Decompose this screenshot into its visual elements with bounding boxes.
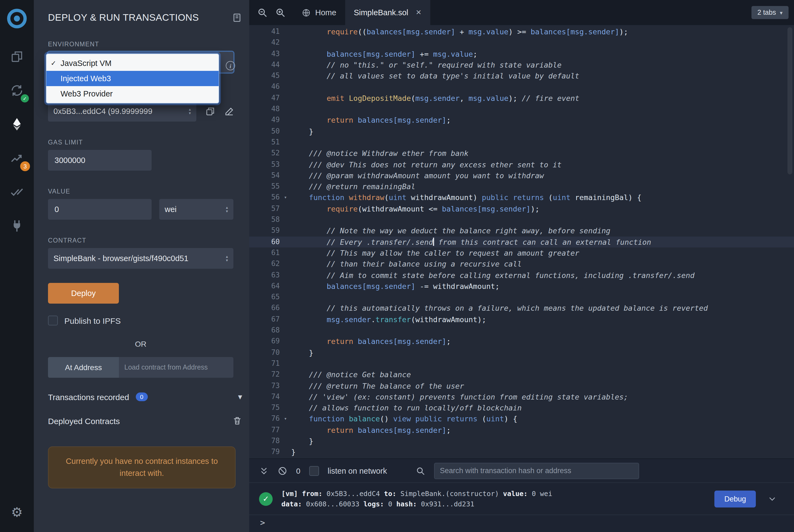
publish-checkbox[interactable]: [48, 316, 58, 325]
listen-network-checkbox[interactable]: [309, 466, 319, 476]
at-address-button[interactable]: At Address: [48, 357, 119, 378]
environment-option[interactable]: Web3 Provider: [47, 86, 219, 101]
code-line[interactable]: 66 // this automatically throws on a fai…: [249, 303, 794, 314]
fold-gutter: [280, 303, 291, 314]
transaction-log-row[interactable]: ✓ [vm] from: 0x5B3...eddC4 to: SimpleBan…: [249, 483, 794, 515]
code-line[interactable]: 57 require(withdrawAmount <= balances[ms…: [249, 203, 794, 214]
deploy-button[interactable]: Deploy: [48, 283, 119, 304]
code-line[interactable]: 58: [249, 214, 794, 225]
chevron-down-icon[interactable]: ▾: [238, 392, 242, 402]
remix-logo: [6, 7, 28, 30]
info-icon[interactable]: i: [226, 61, 235, 70]
code-line[interactable]: 55 /// @return remainingBal: [249, 181, 794, 192]
clear-console-icon[interactable]: [278, 466, 288, 476]
code-line[interactable]: 78 }: [249, 436, 794, 447]
terminal-toolbar: 0 listen on network: [249, 459, 794, 483]
code-line[interactable]: 79}: [249, 447, 794, 458]
deploy-run-panel: DEPLOY & RUN TRANSACTIONS ENVIRONMENT i …: [34, 0, 249, 532]
tab-simplebank[interactable]: SimpleBank.sol ×: [345, 0, 430, 25]
trash-icon[interactable]: [232, 416, 242, 426]
close-tab-icon[interactable]: ×: [416, 7, 421, 18]
compiler-icon[interactable]: ✓: [5, 78, 29, 102]
code-line[interactable]: 43 balances[msg.sender] += msg.value;: [249, 48, 794, 59]
terminal-prompt[interactable]: >: [249, 515, 794, 532]
code-line[interactable]: 69 return balances[msg.sender];: [249, 336, 794, 347]
code-line[interactable]: 68: [249, 325, 794, 336]
plug-icon[interactable]: [5, 214, 29, 238]
transactions-recorded-row[interactable]: Transactions recorded 0 ▾: [48, 392, 242, 402]
environment-option[interactable]: Injected Web3: [47, 71, 219, 86]
double-check-icon[interactable]: [5, 180, 29, 204]
expand-terminal-icon[interactable]: [259, 466, 269, 476]
zoom-out-icon[interactable]: [257, 7, 268, 18]
code-line[interactable]: 46: [249, 81, 794, 93]
code-line[interactable]: 41 require((balances[msg.sender] + msg.v…: [249, 26, 794, 37]
code-line[interactable]: 47 emit LogDepositMade(msg.sender, msg.v…: [249, 93, 794, 104]
terminal-search-input[interactable]: [434, 462, 639, 479]
code-line[interactable]: 64 balances[msg.sender] -= withdrawAmoun…: [249, 281, 794, 292]
code-line[interactable]: 74 // 'view' (ex: constant) prevents fun…: [249, 392, 794, 402]
fold-icon[interactable]: ▾: [280, 414, 291, 425]
fold-gutter: [280, 336, 291, 347]
gas-limit-input[interactable]: [48, 150, 152, 171]
account-select[interactable]: 0x5B3...eddC4 (99.9999999 ▴▾: [48, 101, 196, 121]
code-line[interactable]: 65: [249, 292, 794, 303]
code-line[interactable]: 50 }: [249, 126, 794, 137]
code-editor[interactable]: 41 require((balances[msg.sender] + msg.v…: [249, 25, 794, 458]
code-line[interactable]: 45 // all values set to data type's init…: [249, 70, 794, 81]
line-number: 56: [249, 192, 280, 203]
fold-gutter: [280, 159, 291, 170]
publish-ipfs-row[interactable]: Publish to IPFS: [48, 316, 249, 325]
code-line[interactable]: 52 /// @notice Withdraw ether from bank: [249, 148, 794, 159]
code-line[interactable]: 42: [249, 37, 794, 49]
value-input[interactable]: [48, 199, 152, 220]
code-line[interactable]: 76▾ function balance() view public retur…: [249, 414, 794, 425]
panel-menu-icon[interactable]: [232, 13, 242, 23]
line-number: 58: [249, 214, 280, 225]
line-number: 79: [249, 447, 280, 458]
copy-icon[interactable]: [205, 106, 216, 116]
code-line[interactable]: 56▾ function withdraw(uint withdrawAmoun…: [249, 192, 794, 203]
code-line[interactable]: 53 /// @dev This does not return any exc…: [249, 159, 794, 170]
value-unit-select[interactable]: wei ▴▾: [159, 199, 234, 220]
debug-button[interactable]: Debug: [714, 490, 756, 507]
code-line[interactable]: 73 /// @return The balance of the user: [249, 380, 794, 392]
code-line[interactable]: 77 return balances[msg.sender];: [249, 424, 794, 436]
fold-icon[interactable]: ▾: [280, 192, 291, 203]
deploy-run-icon[interactable]: [5, 112, 29, 136]
icon-rail: ✓ 3 ⚙: [0, 0, 34, 532]
code-line[interactable]: 71: [249, 358, 794, 369]
fold-gutter: [280, 26, 291, 37]
code-line[interactable]: 59 // Note the way we deduct the balance…: [249, 225, 794, 236]
code-line[interactable]: 63 // Aim to commit state before calling…: [249, 269, 794, 281]
tab-home[interactable]: Home: [293, 0, 345, 25]
code-line[interactable]: 75 // allows function to run locally/off…: [249, 402, 794, 414]
transactions-label: Transactions recorded: [48, 392, 129, 401]
at-address-input[interactable]: [119, 357, 234, 378]
settings-gear-icon[interactable]: ⚙: [5, 500, 29, 525]
panel-header: DEPLOY & RUN TRANSACTIONS: [48, 12, 242, 23]
edit-icon[interactable]: [224, 106, 235, 116]
tabs-count-button[interactable]: 2 tabs ▾: [752, 6, 789, 19]
code-line[interactable]: 51: [249, 137, 794, 148]
code-line[interactable]: 70 }: [249, 347, 794, 358]
file-explorer-icon[interactable]: [5, 45, 29, 69]
code-line[interactable]: 60 // Every .transfer/.send from this co…: [249, 236, 794, 247]
editor-scrollbar[interactable]: [788, 27, 792, 174]
code-line[interactable]: 67 msg.sender.transfer(withdrawAmount);: [249, 314, 794, 325]
contract-select[interactable]: SimpleBank - browser/gists/f490c0d51 ▴▾: [48, 248, 234, 269]
expand-log-icon[interactable]: [768, 494, 777, 503]
value-unit: wei: [165, 205, 222, 214]
code-line[interactable]: 61 // This may allow the caller to reque…: [249, 247, 794, 259]
line-number: 50: [249, 126, 280, 137]
environment-option[interactable]: ✓JavaScript VM: [47, 56, 219, 71]
code-line[interactable]: 72 /// @notice Get balance: [249, 369, 794, 380]
chart-icon[interactable]: 3: [5, 146, 29, 170]
code-line[interactable]: 48: [249, 103, 794, 115]
zoom-in-icon[interactable]: [275, 7, 286, 18]
code-line[interactable]: 54 /// @param withdrawAmount amount you …: [249, 170, 794, 181]
code-line[interactable]: 44 // no "this." or "self." required wit…: [249, 59, 794, 71]
or-divider: OR: [48, 340, 234, 348]
code-line[interactable]: 49 return balances[msg.sender];: [249, 115, 794, 126]
code-line[interactable]: 62 // than their balance using a recursi…: [249, 259, 794, 269]
